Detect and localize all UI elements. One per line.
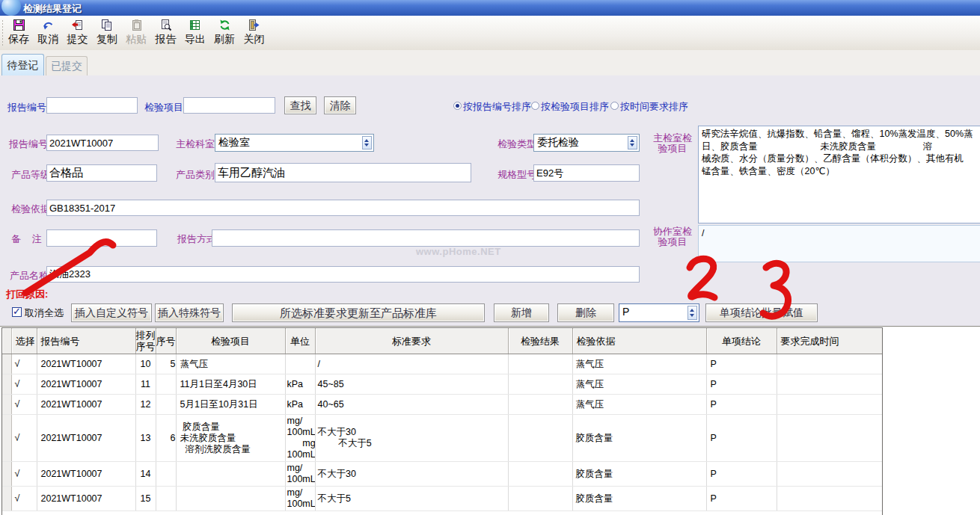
update-standard-library-button[interactable]: 所选标准要求更新至产品标准库 [232,303,485,322]
table-cell[interactable] [777,374,882,395]
table-cell[interactable]: 2021WT10007 [37,374,135,395]
table-cell[interactable] [777,395,882,415]
table-cell[interactable]: 5 [156,354,176,374]
table-cell[interactable]: P [706,374,777,395]
conclusion-combo[interactable]: P [619,303,699,322]
coop-items-textarea[interactable]: / [698,225,980,262]
table-cell[interactable]: P [706,462,777,487]
toolbar-submit-button[interactable]: 提交 [64,17,92,49]
column-header-3[interactable]: 序号 [156,328,176,354]
table-cell[interactable] [508,415,572,462]
table-cell[interactable]: 2021WT10007 [37,415,135,462]
table-cell[interactable]: 蒸气压 [572,354,706,374]
table-cell[interactable]: 45~85 [315,374,508,395]
toolbar-close-button[interactable]: 关闭 [239,17,268,49]
toolbar-copy-button[interactable]: 复制 [93,17,121,49]
toolbar-report-button[interactable]: 报告 [152,17,180,49]
table-cell[interactable]: mg/ 100mL [285,487,315,511]
table-cell[interactable] [508,374,572,395]
table-cell[interactable] [777,462,882,487]
report-no-input[interactable] [46,135,159,151]
column-header-10[interactable]: 要求完成时间 [777,328,882,354]
table-cell[interactable]: 2021WT10007 [37,462,135,487]
table-cell[interactable]: P [706,487,777,511]
sort-radio-2[interactable] [610,102,619,110]
table-cell[interactable]: P [706,415,777,462]
table-cell[interactable]: 蒸气压 [572,374,706,395]
grade-input[interactable] [46,164,157,182]
sort-radio-label-2[interactable]: 按时间要求排序 [620,100,688,114]
toolbar-refresh-button[interactable]: 刷新 [210,17,239,49]
table-cell[interactable]: 胶质含量 未洗胶质含量 溶剂洗胶质含量 [176,415,285,462]
insert-custom-symbol-button[interactable]: 插入自定义符号 [71,303,152,322]
row-select-check[interactable]: √ [11,395,37,415]
table-cell[interactable]: mg/ 100mL [285,462,315,487]
row-select-check[interactable]: √ [11,487,37,511]
table-cell[interactable] [777,354,882,374]
table-cell[interactable]: 蒸气压 [572,395,706,415]
table-cell[interactable]: 胶质含量 [572,487,706,511]
table-cell[interactable]: 13 [135,415,156,462]
column-header-8[interactable]: 检验依据 [572,328,706,354]
basis-input[interactable] [46,200,640,216]
column-header-2[interactable]: 排列 序号 [135,328,156,354]
inspect-type-combo[interactable]: 委托检验 [533,134,640,152]
row-indicator[interactable] [2,354,11,374]
table-cell[interactable]: P [706,395,777,415]
table-cell[interactable] [777,487,882,511]
main-dept-combo[interactable]: 检验室 [215,134,374,152]
table-cell[interactable] [176,462,285,487]
table-cell[interactable]: 5月1日至10月31日 [176,395,285,415]
table-cell[interactable]: 14 [135,462,156,487]
toolbar-cancel-button[interactable]: 取消 [34,17,62,49]
row-indicator[interactable] [2,462,11,487]
main-items-textarea[interactable]: 研究法辛烷值、抗爆指数、铅含量、馏程、10%蒸发温度、50%蒸 日、胶质含量 未… [698,126,980,223]
row-select-check[interactable]: √ [11,354,37,374]
clear-button[interactable]: 清除 [324,96,356,114]
column-header-0[interactable]: 选择 [11,328,37,354]
spec-input[interactable] [533,164,640,182]
column-header-7[interactable]: 检验结果 [508,328,572,354]
table-cell[interactable] [156,374,176,395]
sort-radio-0[interactable] [453,102,462,110]
table-cell[interactable]: 15 [135,487,156,511]
sort-radio-label-0[interactable]: 按报告编号排序 [463,100,531,114]
table-cell[interactable]: kPa [285,374,315,395]
tab-submitted[interactable]: 已提交 [46,56,88,75]
search-report-no-input[interactable] [46,97,138,114]
table-cell[interactable] [508,462,572,487]
delete-row-button[interactable]: 删除 [557,303,614,322]
table-cell[interactable]: 不大于30 [315,462,508,487]
add-row-button[interactable]: 新增 [494,303,549,322]
table-cell[interactable]: 10 [135,354,156,374]
toolbar-grip[interactable] [1,19,4,46]
toolbar-save-button[interactable]: 保存 [4,17,33,49]
table-cell[interactable] [156,395,176,415]
table-cell[interactable]: 12 [135,395,156,415]
row-select-check[interactable]: √ [11,415,37,462]
table-cell[interactable]: 2021WT10007 [37,354,135,374]
row-indicator[interactable] [2,374,11,395]
insert-special-symbol-button[interactable]: 插入特殊符号 [155,303,224,322]
table-cell[interactable]: 6 [156,415,176,462]
row-select-check[interactable]: √ [11,462,37,487]
table-cell[interactable] [777,415,882,462]
table-cell[interactable]: 40~65 [315,395,508,415]
table-cell[interactable]: 2021WT10007 [37,395,135,415]
table-cell[interactable]: / [315,354,508,374]
row-indicator[interactable] [2,487,11,511]
table-cell[interactable]: 胶质含量 [572,462,706,487]
table-cell[interactable] [176,487,285,511]
search-item-input[interactable] [183,97,275,114]
row-select-check[interactable]: √ [11,374,37,395]
table-cell[interactable] [156,462,176,487]
table-cell[interactable]: 胶质含量 [572,415,706,462]
spinner-icon[interactable] [362,136,372,149]
table-cell[interactable]: 不大于5 [315,487,508,511]
table-cell[interactable]: 11月1日至4月30日 [176,374,285,395]
row-indicator[interactable] [2,395,11,415]
report-method-input[interactable] [212,229,640,247]
table-cell[interactable]: 蒸气压 [176,354,285,374]
column-header-4[interactable]: 检验项目 [176,328,285,354]
table-cell[interactable]: 11 [135,374,156,395]
